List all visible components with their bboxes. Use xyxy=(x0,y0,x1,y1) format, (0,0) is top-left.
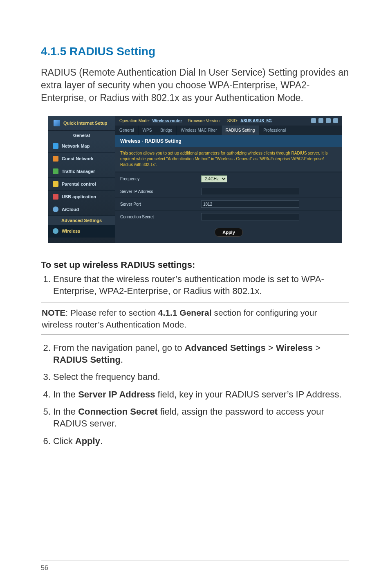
op-mode-label: Operation Mode: xyxy=(119,119,150,123)
aicloud-icon xyxy=(53,206,58,212)
guest-network-icon xyxy=(53,156,58,162)
wand-icon xyxy=(54,120,60,126)
quick-internet-setup[interactable]: Quick Internet Setup xyxy=(48,116,115,131)
connection-secret-label: Connection Secret xyxy=(115,211,197,222)
server-port-label: Server Port xyxy=(115,199,197,210)
sidebar-item-wireless[interactable]: Wireless xyxy=(48,225,115,238)
lang-icon[interactable] xyxy=(318,118,323,123)
page-number: 56 xyxy=(41,564,48,571)
ssid-value[interactable]: ASUS ASUS_5G xyxy=(240,119,272,123)
connection-secret-input[interactable] xyxy=(201,213,299,220)
step-4: In the Server IP Address field, key in y… xyxy=(53,389,349,401)
main-panel: Operation Mode: Wireless router Firmware… xyxy=(115,116,342,243)
tab-radius-setting[interactable]: RADIUS Setting xyxy=(222,126,260,135)
user-icon[interactable] xyxy=(311,118,316,123)
panel-title: Wireless - RADIUS Setting xyxy=(115,135,342,147)
sidebar-item-guest-network[interactable]: Guest Network xyxy=(48,153,115,165)
usb-application-icon xyxy=(53,194,58,200)
tab-bar: General WPS Bridge Wireless MAC Filter R… xyxy=(115,126,342,135)
sidebar-item-aicloud[interactable]: AiCloud xyxy=(48,203,115,216)
sidebar-item-usb-application[interactable]: USB application xyxy=(48,191,115,203)
tab-mac-filter[interactable]: Wireless MAC Filter xyxy=(177,126,221,135)
note-ref: 4.1.1 General xyxy=(158,308,212,317)
sidebar-item-parental-control[interactable]: Parental control xyxy=(48,178,115,191)
sidebar-item-label: USB application xyxy=(62,194,96,199)
sidebar-item-label: Parental control xyxy=(62,182,96,186)
sidebar-item-network-map[interactable]: Network Map xyxy=(48,140,115,153)
ssid-label: SSID: xyxy=(227,119,238,123)
server-port-input[interactable] xyxy=(201,200,299,208)
note-box: NOTE: Please refer to section 4.1.1 Gene… xyxy=(41,303,349,335)
tab-bridge[interactable]: Bridge xyxy=(156,126,177,135)
sidebar: Quick Internet Setup General Network Map… xyxy=(48,116,115,243)
sidebar-item-label: Guest Network xyxy=(62,156,94,161)
topbar-icons xyxy=(311,118,338,123)
sidebar-item-label: Traffic Manager xyxy=(62,169,95,174)
sidebar-item-label: AiCloud xyxy=(62,207,79,212)
step-3: Select the frequency band. xyxy=(53,371,349,383)
page-footer: 56 xyxy=(41,561,349,572)
note-label: NOTE xyxy=(42,308,65,317)
router-admin-screenshot: Quick Internet Setup General Network Map… xyxy=(48,116,342,243)
logout-icon[interactable] xyxy=(326,118,331,123)
step-6: Click Apply. xyxy=(53,435,349,447)
topbar: Operation Mode: Wireless router Firmware… xyxy=(115,116,342,126)
firmware-label: Firmware Version: xyxy=(188,119,221,123)
reboot-icon[interactable] xyxy=(333,118,338,123)
sidebar-item-label: Wireless xyxy=(62,229,80,233)
procedure-heading: To set up wireless RADIUS settings: xyxy=(41,260,349,270)
sidebar-group-advanced: Advanced Settings xyxy=(48,216,115,225)
section-heading: 4.1.5 RADIUS Setting xyxy=(41,45,349,58)
server-ip-label: Server IP Address xyxy=(115,186,197,197)
server-ip-input[interactable] xyxy=(201,188,299,195)
tab-wps[interactable]: WPS xyxy=(139,126,157,135)
note-text-a: : Please refer to section xyxy=(65,308,158,317)
step-5: In the Connection Secret field, assign t… xyxy=(53,406,349,429)
intro-paragraph: RADIUS (Remote Authentication Dial In Us… xyxy=(41,66,349,104)
radius-form: Frequency 2.4GHz Server IP Address Serve… xyxy=(115,171,342,243)
parental-control-icon xyxy=(53,181,58,187)
network-map-icon xyxy=(53,143,58,149)
sidebar-item-label: Network Map xyxy=(62,144,90,148)
panel-description: This section allows you to set up additi… xyxy=(115,147,342,171)
frequency-label: Frequency xyxy=(115,173,197,184)
op-mode-value[interactable]: Wireless router xyxy=(152,119,182,123)
step-1: Ensure that the wireless router’s authen… xyxy=(53,274,349,297)
sidebar-group-general: General xyxy=(48,131,115,140)
step-2: From the navigation panel, go to Advance… xyxy=(53,342,349,366)
quick-internet-setup-label: Quick Internet Setup xyxy=(63,121,108,126)
wireless-icon xyxy=(53,228,58,234)
tab-professional[interactable]: Professional xyxy=(259,126,290,135)
traffic-manager-icon xyxy=(53,168,58,174)
tab-general[interactable]: General xyxy=(115,126,139,135)
frequency-select[interactable]: 2.4GHz xyxy=(201,175,227,182)
apply-button[interactable]: Apply xyxy=(215,228,243,237)
sidebar-item-traffic-manager[interactable]: Traffic Manager xyxy=(48,165,115,178)
